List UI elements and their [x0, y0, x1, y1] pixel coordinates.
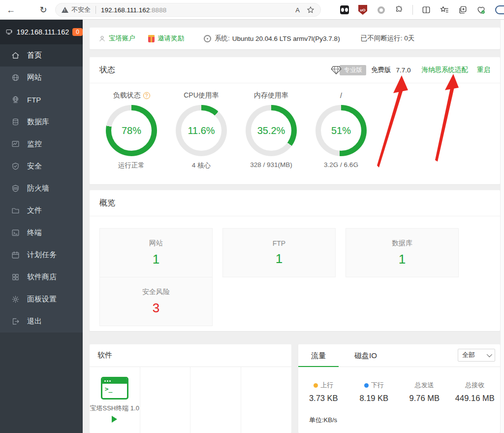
favorite-star-icon[interactable] [307, 6, 315, 14]
software-title: 软件 [97, 351, 112, 360]
tab-traffic[interactable]: 流量 [298, 344, 339, 367]
sidebar-item-label: 面板设置 [27, 295, 57, 304]
software-cell-empty [241, 367, 292, 433]
help-icon[interactable]: ? [143, 92, 150, 99]
invite-reward-link[interactable]: 邀请奖励 [158, 34, 184, 43]
gauge-title: / [340, 92, 342, 100]
calendar-icon [11, 251, 20, 260]
favorites-list-icon[interactable] [440, 5, 449, 15]
restart-link[interactable]: 重启 [477, 66, 490, 74]
ssh-terminal-app-icon[interactable]: >_ [101, 377, 128, 400]
account-info-bar: 宝塔账户 邀请奖励 系统: Ubuntu 20.04.6 LTS armv7l(… [90, 28, 500, 49]
gauge-percent: 11.6% [188, 125, 215, 136]
gauge-sub: 运行正常 [118, 161, 145, 170]
overview-box-ftp[interactable]: FTP 1 [222, 228, 336, 277]
split-screen-icon[interactable] [421, 5, 431, 15]
upstream-dot-icon [314, 383, 318, 388]
sidebar-item-label: 网站 [27, 73, 42, 82]
sidebar-item-label: 文件 [27, 206, 42, 215]
software-cell-ssh-terminal[interactable]: >_ 宝塔SSH终端 1.0 [90, 367, 140, 433]
free-version-label: 免费版 [371, 66, 391, 74]
pro-version-badge[interactable]: 专业版 [340, 65, 366, 75]
gauges-row: 负载状态? 78% 运行正常 CPU使用率 11.6% 4 核心 内存使用率 3… [90, 83, 500, 170]
home-icon [11, 51, 20, 60]
chevron-down-icon [487, 352, 492, 357]
sidebar-item-terminal[interactable]: 终端 [0, 222, 83, 244]
stat-total-received: 总接收 449.16 MB [450, 381, 501, 403]
server-ip: 192.168.111.162 [17, 28, 69, 36]
sidebar-item-settings[interactable]: 面板设置 [0, 288, 83, 310]
traffic-card: 流量 磁盘IO 全部 上行 3.73 KB 下行 8.19 KB 总发送 9.7… [298, 344, 500, 433]
sidebar-item-database[interactable]: 数据库 [0, 111, 83, 133]
gauge-load: 负载状态? 78% 运行正常 [96, 90, 166, 170]
sidebar-item-label: 终端 [27, 228, 42, 237]
sidebar-item-label: 计划任务 [27, 250, 57, 260]
sidebar-item-security[interactable]: 安全 [0, 155, 83, 177]
server-monitor-icon [6, 28, 13, 36]
tab-diskio[interactable]: 磁盘IO [346, 344, 386, 367]
traffic-filter-select[interactable]: 全部 [458, 349, 495, 362]
gauge-sub: 3.2G / 6.6G [324, 161, 358, 168]
software-card: 软件 >_ 宝塔SSH终端 1.0 [90, 344, 291, 433]
gauge-disk-root: / 51% 3.2G / 6.6G [306, 90, 376, 170]
database-icon [11, 118, 20, 127]
overview-card: 概览 网站 1 FTP 1 数据库 1 安全风险 3 [90, 190, 500, 331]
overview-box-database[interactable]: 数据库 1 [346, 228, 459, 277]
url-host[interactable]: 192.168.111.162 [101, 6, 150, 14]
browser-toolbar: ← ↻ 不安全 192.168.111.162 :8888 A uO [0, 0, 504, 20]
extensions-puzzle-icon[interactable] [394, 5, 404, 15]
message-count-badge[interactable]: 0 [72, 28, 83, 36]
gauge-title: 负载状态 [113, 91, 141, 100]
play-icon[interactable] [112, 416, 117, 423]
box-count: 1 [276, 251, 283, 266]
user-icon [98, 35, 106, 42]
url-port: :8888 [150, 6, 166, 14]
ublock-shield-icon[interactable]: uO [358, 5, 368, 15]
back-icon[interactable]: ← [5, 4, 17, 16]
browser-essentials-icon[interactable] [476, 5, 486, 15]
cpu-ring[interactable]: 11.6% [176, 105, 227, 156]
collections-icon[interactable] [458, 5, 468, 15]
box-count: 3 [153, 300, 159, 316]
sidebar-item-website[interactable]: 网站 [0, 67, 83, 89]
sidebar-item-logout[interactable]: 退出 [0, 310, 83, 333]
app-name: 宝塔SSH终端 1.0 [90, 404, 139, 413]
overview-title: 概览 [99, 198, 115, 208]
sidebar-item-files[interactable]: 文件 [0, 200, 83, 222]
gauge-percent: 78% [122, 125, 141, 136]
box-label: 数据库 [392, 239, 412, 248]
load-ring[interactable]: 78% [106, 105, 157, 156]
monitor-chart-icon [11, 140, 20, 149]
copilot-cloud-icon[interactable] [494, 5, 504, 15]
sidebar-item-label: 软件商店 [27, 272, 57, 282]
overview-box-website[interactable]: 网站 1 [99, 228, 213, 277]
sidebar-item-firewall[interactable]: 防火墙 [0, 177, 83, 200]
extension-dark-icon[interactable] [340, 5, 349, 15]
refresh-icon[interactable]: ↻ [37, 4, 49, 16]
hinas-adapt-link[interactable]: 海纳思系统适配 [422, 66, 469, 74]
page-scrollbar[interactable] [500, 20, 504, 433]
sidebar-menu: 首页 网站 FTP 数据库 监控 安全 防火墙 文件 [0, 44, 83, 333]
downstream-dot-icon [364, 383, 369, 388]
disk-ring[interactable]: 51% [315, 105, 367, 156]
sidebar-item-monitor[interactable]: 监控 [0, 133, 83, 155]
memory-ring[interactable]: 35.2% [246, 105, 297, 156]
sidebar-item-appstore[interactable]: 软件商店 [0, 266, 83, 288]
extension-ring-icon[interactable] [376, 5, 386, 15]
status-card: 状态 专业版 免费版 7.7.0 海纳思系统适配 重启 负载状态? 78% 运行… [90, 57, 500, 184]
sidebar-item-cron[interactable]: 计划任务 [0, 244, 83, 266]
system-version: Ubuntu 20.04.6 LTS armv7l(Py3.7.8) [232, 35, 340, 42]
read-aloud-icon[interactable]: A [295, 6, 300, 14]
sidebar-item-home[interactable]: 首页 [0, 44, 83, 67]
stat-total-sent: 总发送 9.76 MB [399, 381, 450, 403]
baota-account-link[interactable]: 宝塔账户 [109, 34, 135, 43]
uptime-text: 已不间断运行: 0天 [361, 34, 415, 43]
not-secure-label[interactable]: 不安全 [71, 5, 91, 14]
sidebar-header: 192.168.111.162 0 [0, 20, 83, 44]
sidebar-item-ftp[interactable]: FTP [0, 89, 83, 111]
overview-box-risk[interactable]: 安全风险 3 [99, 277, 213, 326]
box-label: 网站 [149, 239, 163, 248]
stat-value: 8.19 KB [359, 394, 388, 403]
address-bar[interactable]: 不安全 192.168.111.162 :8888 A [55, 3, 321, 17]
sidebar: 192.168.111.162 0 首页 网站 FTP 数据库 监控 安全 [0, 20, 83, 433]
